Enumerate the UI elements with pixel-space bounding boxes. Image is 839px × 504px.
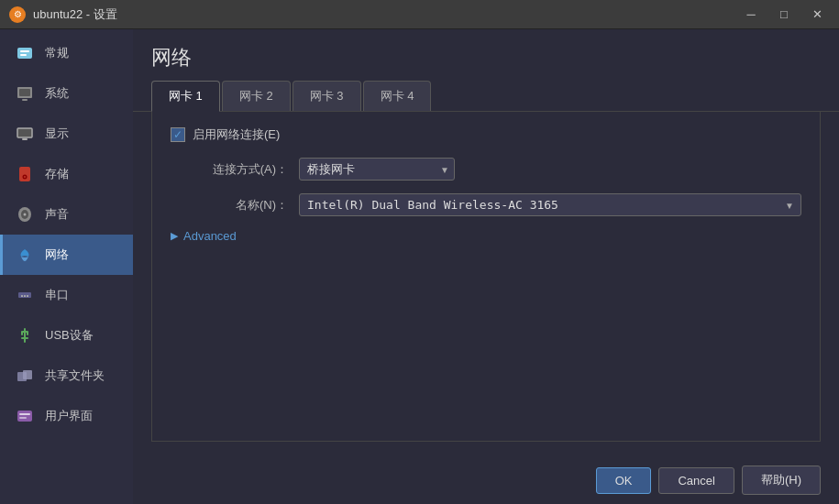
connection-type-row: 连接方式(A)： 桥接网卡 网络地址转换(NAT) 仅主机(Host-Only)…: [171, 158, 801, 181]
svg-rect-15: [21, 295, 23, 297]
advanced-section[interactable]: ▶ Advanced: [171, 229, 801, 243]
network-form: ✓ 启用网络连接(E) 连接方式(A)： 桥接网卡 网络地址转换(NAT) 仅主…: [151, 112, 821, 442]
ui-icon: [14, 405, 36, 427]
adapter-name-label: 名称(N)：: [171, 197, 299, 214]
enable-network-label: 启用网络连接(E): [193, 126, 280, 143]
close-button[interactable]: ✕: [804, 5, 830, 25]
content-area: 网络 网卡 1 网卡 2 网卡 3 网卡 4 ✓ 启用网络连接(E) 连接方式(…: [133, 29, 839, 504]
sidebar-label-ui: 用户界面: [45, 408, 93, 424]
svg-rect-17: [27, 295, 28, 297]
sidebar-item-audio[interactable]: 声音: [0, 194, 133, 235]
app-icon: ⚙: [9, 6, 26, 23]
svg-rect-0: [17, 48, 32, 59]
enable-network-checkbox[interactable]: ✓: [171, 127, 185, 142]
sidebar-label-system: 系统: [45, 85, 69, 102]
titlebar: ⚙ ubuntu22 - 设置 ─ □ ✕: [0, 0, 839, 29]
sidebar-item-shared[interactable]: 共享文件夹: [0, 356, 133, 396]
ok-button[interactable]: OK: [596, 467, 652, 494]
svg-rect-20: [17, 411, 32, 422]
svg-rect-1: [20, 50, 29, 52]
tab-bar: 网卡 1 网卡 2 网卡 3 网卡 4: [133, 81, 839, 112]
svg-rect-8: [19, 167, 30, 181]
svg-rect-4: [19, 89, 30, 96]
maximize-button[interactable]: □: [771, 5, 797, 25]
display-icon: [14, 123, 36, 145]
svg-rect-2: [20, 54, 27, 56]
tab-nic3[interactable]: 网卡 3: [293, 81, 361, 111]
cancel-button[interactable]: Cancel: [658, 467, 734, 494]
sidebar-item-network[interactable]: 网络: [0, 235, 133, 275]
advanced-label: Advanced: [183, 229, 237, 243]
sidebar-label-network: 网络: [45, 247, 69, 263]
usb-icon: [14, 324, 36, 346]
sidebar-item-storage[interactable]: 存储: [0, 154, 133, 194]
serial-icon: [14, 284, 36, 306]
network-icon: [14, 244, 36, 266]
connection-type-label: 连接方式(A)：: [171, 161, 299, 178]
svg-rect-7: [22, 138, 28, 140]
svg-rect-22: [19, 417, 27, 419]
window-title: ubuntu22 - 设置: [33, 6, 738, 23]
bottom-bar: OK Cancel 帮助(H): [133, 456, 839, 504]
enable-network-row: ✓ 启用网络连接(E): [171, 126, 801, 143]
audio-icon: [14, 203, 36, 225]
sidebar-label-storage: 存储: [45, 166, 69, 182]
sidebar-item-serial[interactable]: 串口: [0, 275, 133, 315]
svg-rect-19: [23, 370, 32, 379]
main-layout: 常规 系统 显示 存储 声音: [0, 29, 839, 504]
sidebar-item-system[interactable]: 系统: [0, 73, 133, 114]
svg-point-13: [24, 214, 27, 216]
svg-rect-6: [17, 128, 32, 137]
shared-icon: [14, 365, 36, 387]
sidebar-label-shared: 共享文件夹: [45, 367, 105, 384]
sidebar-item-ui[interactable]: 用户界面: [0, 396, 133, 436]
sidebar-item-display[interactable]: 显示: [0, 114, 133, 154]
advanced-chevron-icon: ▶: [171, 230, 178, 242]
sidebar: 常规 系统 显示 存储 声音: [0, 29, 133, 504]
general-icon: [14, 42, 36, 64]
tab-nic2[interactable]: 网卡 2: [222, 81, 291, 111]
help-button[interactable]: 帮助(H): [742, 466, 821, 495]
system-icon: [14, 82, 36, 104]
tab-nic4[interactable]: 网卡 4: [363, 81, 432, 111]
sidebar-label-general: 常规: [45, 45, 69, 61]
adapter-name-select-wrapper: Intel(R) Dual Band Wireless-AC 3165 ▼: [299, 193, 801, 216]
sidebar-label-serial: 串口: [45, 287, 69, 303]
svg-rect-5: [22, 99, 28, 101]
check-mark: ✓: [173, 128, 182, 141]
adapter-name-select[interactable]: Intel(R) Dual Band Wireless-AC 3165: [299, 193, 801, 216]
sidebar-label-usb: USB设备: [45, 327, 94, 344]
sidebar-label-audio: 声音: [45, 206, 69, 223]
sidebar-item-usb[interactable]: USB设备: [0, 315, 133, 356]
adapter-name-row: 名称(N)： Intel(R) Dual Band Wireless-AC 31…: [171, 193, 801, 216]
svg-rect-21: [19, 413, 30, 415]
sidebar-label-display: 显示: [45, 126, 69, 142]
minimize-button[interactable]: ─: [738, 5, 764, 25]
storage-icon: [14, 163, 36, 185]
svg-rect-16: [24, 295, 26, 297]
page-title: 网络: [133, 29, 839, 81]
connection-type-select[interactable]: 桥接网卡 网络地址转换(NAT) 仅主机(Host-Only)网络 内部网络 无: [299, 158, 455, 181]
svg-point-10: [24, 176, 26, 178]
window-controls: ─ □ ✕: [738, 5, 830, 25]
sidebar-item-general[interactable]: 常规: [0, 33, 133, 73]
tab-nic1[interactable]: 网卡 1: [151, 81, 220, 112]
connection-type-select-wrapper: 桥接网卡 网络地址转换(NAT) 仅主机(Host-Only)网络 内部网络 无…: [299, 158, 455, 181]
